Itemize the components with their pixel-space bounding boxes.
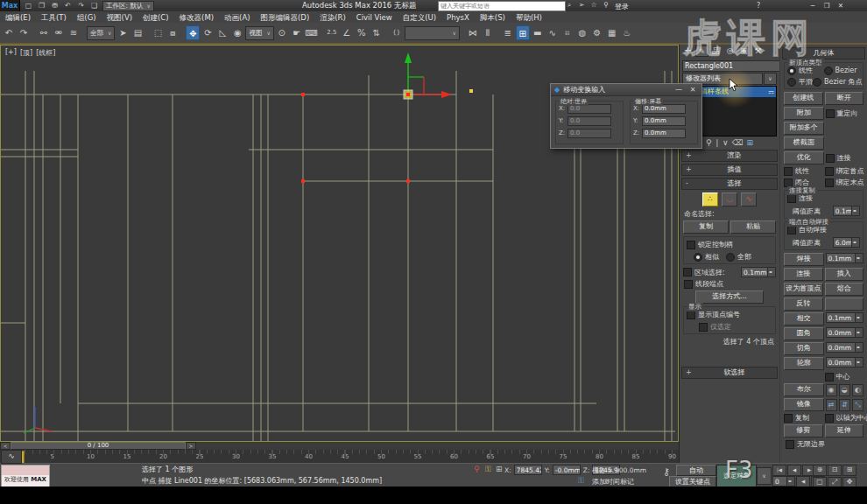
- auto-weld-threshold-spinner[interactable]: 6.0mm: [833, 237, 860, 248]
- abs-y-field[interactable]: 0.0: [567, 116, 611, 126]
- selection-region-icon[interactable]: ⬚: [151, 25, 165, 40]
- window-button[interactable]: ❐: [820, 1, 834, 10]
- select-and-scale-icon[interactable]: ◺: [215, 25, 229, 40]
- menu-item[interactable]: 动画(A): [219, 12, 255, 23]
- configure-modifier-sets-icon[interactable]: ⊞: [746, 137, 753, 148]
- viewport-nav-icon[interactable]: ⊞: [842, 465, 856, 476]
- render-setup-icon[interactable]: ⚙: [590, 25, 604, 40]
- checkbox[interactable]: [784, 414, 793, 423]
- bind-to-spacewarp-icon[interactable]: ≋: [67, 25, 81, 40]
- help-icon[interactable]: ?: [753, 2, 764, 10]
- unlink-selection-icon[interactable]: ⚮: [52, 25, 66, 40]
- viewport-nav-icon[interactable]: ⊡: [828, 465, 842, 476]
- checkbox[interactable]: [825, 373, 834, 382]
- show-end-result-icon[interactable]: ∣: [715, 137, 720, 148]
- checkbox[interactable]: [825, 178, 834, 187]
- auto-key-button[interactable]: 自动: [676, 465, 716, 476]
- infocenter-icon[interactable]: ⚲: [601, 1, 611, 10]
- mirror-mode-icon[interactable]: ⤡: [852, 399, 863, 411]
- select-and-rotate-icon[interactable]: ⟳: [201, 25, 215, 40]
- checkbox[interactable]: [784, 178, 793, 187]
- cross-insert-spinner[interactable]: 0.1mm: [826, 312, 864, 323]
- key-filter-dropdown[interactable]: 选定对象: [716, 465, 757, 487]
- connect-button[interactable]: 连接: [784, 268, 823, 281]
- login-link[interactable]: 登录: [615, 2, 629, 11]
- alike-radio[interactable]: 相似: [694, 252, 719, 262]
- attach-multiple-button[interactable]: 附加多个: [784, 122, 824, 135]
- quick-access-icon[interactable]: ↷: [75, 1, 87, 10]
- pin-icon[interactable]: ⚲: [474, 465, 480, 473]
- angle-snap-icon[interactable]: ∠: [340, 25, 354, 40]
- checkbox[interactable]: [687, 241, 695, 249]
- bind-last-checkbox[interactable]: 绑定末点: [825, 178, 864, 187]
- infocenter-icon[interactable]: ➢: [576, 1, 587, 10]
- spinner-arrows[interactable]: [613, 128, 620, 138]
- area-selection-spinner[interactable]: 0.1mm: [741, 267, 776, 277]
- absolute-mode-icon[interactable]: ⊞: [496, 465, 503, 473]
- infocenter-icon[interactable]: ☆: [589, 1, 599, 10]
- cycle-button[interactable]: [825, 298, 864, 311]
- radio[interactable]: [813, 78, 821, 87]
- spinner-arrows[interactable]: [613, 103, 620, 114]
- playback-button[interactable]: |◀: [772, 465, 786, 476]
- radio[interactable]: [694, 253, 702, 262]
- named-sets-dropdown[interactable]: ∨: [405, 26, 460, 40]
- checkbox[interactable]: [826, 154, 835, 163]
- bezier-vertex-radio[interactable]: Bezier: [824, 66, 861, 75]
- break-button[interactable]: 断开: [825, 92, 864, 105]
- mini-curve-editor-button[interactable]: ∿: [1, 450, 22, 464]
- chamfer-spinner[interactable]: 0.0mm: [826, 342, 864, 353]
- tab-create[interactable]: ✛: [681, 46, 694, 57]
- weld-threshold-spinner[interactable]: 0.1mm: [826, 253, 864, 263]
- menu-item[interactable]: Civil View: [351, 12, 398, 23]
- trim-button[interactable]: 修剪: [784, 424, 823, 438]
- bind-first-checkbox[interactable]: 绑定首点: [825, 166, 864, 176]
- menu-item[interactable]: 自定义(U): [398, 12, 441, 23]
- menu-item[interactable]: 工具(T): [36, 12, 72, 23]
- chevron-down-icon[interactable]: ∨: [764, 73, 777, 85]
- ribbon-icon[interactable]: ▬: [531, 25, 545, 40]
- radio[interactable]: [726, 253, 735, 262]
- percent-snap-icon[interactable]: %: [355, 25, 369, 40]
- material-editor-icon[interactable]: ◍: [575, 25, 589, 40]
- viewport-menu-plus[interactable]: [+]: [5, 48, 17, 58]
- offset-y-field[interactable]: 0.0mm: [642, 116, 686, 126]
- max-logo[interactable]: Max: [0, 0, 20, 11]
- workspace-dropdown[interactable]: 工作区: 默认∨: [102, 1, 154, 11]
- chevron-down-icon[interactable]: ∨: [757, 467, 772, 485]
- lock-selection-icon[interactable]: ⚿: [485, 465, 491, 474]
- time-slider-handle[interactable]: 0 / 100: [11, 442, 186, 450]
- copy-named-selection-button[interactable]: 复制: [683, 220, 729, 234]
- infocenter-icon[interactable]: ⌕: [564, 1, 574, 10]
- select-by-button[interactable]: 选择方式...: [695, 290, 764, 304]
- layer-manager-icon[interactable]: ≣: [501, 25, 515, 40]
- menu-item[interactable]: 编辑(E): [0, 12, 36, 23]
- all-radio[interactable]: 全部: [726, 252, 751, 262]
- select-and-link-icon[interactable]: ⚯: [37, 25, 51, 40]
- boolean-mode-icon[interactable]: ◐: [852, 384, 863, 396]
- abs-z-field[interactable]: 0.0: [567, 129, 611, 138]
- snap-toggle-icon[interactable]: 2.5: [325, 25, 339, 40]
- add-time-tag[interactable]: 添加时间标记: [592, 477, 634, 486]
- use-center-icon[interactable]: ⊙: [275, 25, 289, 40]
- viewport-menu-shading[interactable]: [线框]: [36, 48, 55, 58]
- window-button[interactable]: ✕: [834, 1, 848, 10]
- linear-checkbox[interactable]: 线性: [784, 166, 823, 176]
- spinner-arrows[interactable]: [856, 357, 863, 368]
- insert-button[interactable]: 插入: [825, 268, 864, 281]
- spinner-arrows[interactable]: [787, 476, 795, 486]
- spinner-arrows[interactable]: [852, 237, 860, 248]
- move-transform-type-in-dialog[interactable]: ◆ 移动变换输入 — ✕ 绝对:世界 X:0.0 Y:0.0 Z:0.0 偏移:…: [550, 83, 702, 149]
- time-slider-prev-button[interactable]: <: [0, 442, 11, 450]
- menu-item[interactable]: 修改器(M): [174, 12, 219, 23]
- extend-button[interactable]: 延伸: [825, 424, 864, 438]
- quick-access-icon[interactable]: ⛃: [49, 1, 60, 10]
- menu-item[interactable]: 帮助(H): [511, 12, 547, 23]
- object-name-field[interactable]: [682, 60, 780, 72]
- spinner-arrows[interactable]: [768, 267, 776, 277]
- timeline-ruler[interactable]: 51015202530354045505560657075808590: [0, 450, 679, 464]
- bezier-corner-radio[interactable]: Bezier 角点: [813, 77, 863, 87]
- connect-copy-threshold-spinner[interactable]: 0.1mm: [833, 206, 860, 216]
- rollout-selection[interactable]: -选择: [681, 178, 778, 190]
- spinner-arrows[interactable]: [856, 342, 863, 353]
